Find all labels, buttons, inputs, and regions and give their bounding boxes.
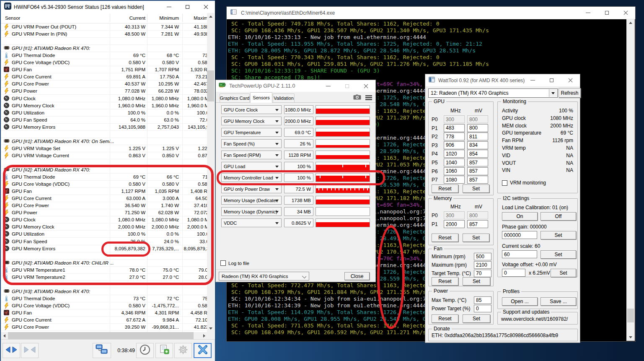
voltage-offset-field[interactable]: 0 — [502, 269, 525, 277]
sensor-row[interactable]: GPU Thermal Diode69 °C68 °C73 °C — [1, 52, 208, 59]
checkbox-icon[interactable] — [502, 180, 507, 186]
log-to-file-checkbox[interactable]: Log to file — [220, 260, 249, 266]
sensor-group-row[interactable]: GPU [#1]: ATI/AMD Radeon RX 470: — [1, 45, 208, 52]
sensor-row[interactable]: GPU Power71.250 W62.028 W72.072 W — [1, 209, 208, 216]
console-minimize-button[interactable] — [579, 7, 597, 19]
sensor-row[interactable]: GPU Memory Clock1,960.0 MHz1,960.0 MHz1,… — [1, 102, 208, 109]
pstate-mhz-field[interactable]: 1060 — [444, 167, 465, 175]
pstate-mv-field[interactable]: 811 — [467, 132, 488, 140]
sensor-name-dropdown[interactable]: GPU Load — [221, 162, 282, 171]
sensor-row[interactable]: GPU Utilization100.0 %0.0 %100.0 % — [1, 231, 208, 238]
tab-graphics-card[interactable]: Graphics Card — [220, 93, 250, 102]
phase-gain-field[interactable]: 000000 — [502, 231, 537, 239]
sensor-name-dropdown[interactable]: GPU Temperature — [221, 128, 282, 137]
screenshot-icon[interactable] — [353, 94, 361, 101]
sensor-row[interactable]: GPU VRM Power In (PIN)48.500 W7.281 W49.… — [1, 31, 208, 38]
hwinfo-close-button[interactable] — [197, 1, 215, 13]
profile-open-button[interactable]: Open ... — [502, 297, 538, 306]
pstate-mv-field[interactable]: 857 — [467, 158, 488, 166]
nav-arrows-disabled-button[interactable] — [21, 343, 39, 358]
pstate-mv-field[interactable]: 834 — [467, 141, 488, 149]
column-header-sensor[interactable]: Sensor — [5, 13, 20, 23]
sensor-row[interactable]: GPU Core Current67.672 A9.984 A72.109 A — [1, 317, 208, 324]
sensor-row[interactable]: GPU Thermal Diode69 °C66 °C71 °C — [1, 174, 208, 181]
current-scale-set-button[interactable]: Set — [541, 250, 576, 259]
pstate-mhz-field[interactable]: 1080 — [444, 176, 465, 184]
sensor-name-dropdown[interactable]: GPU only Power Draw — [221, 184, 282, 193]
hwinfo-vscrollbar-thumb[interactable] — [207, 70, 214, 101]
sensor-row[interactable]: GPU Power77.028 W66.228 W78.032 W — [1, 88, 208, 95]
memory-set-button[interactable]: Set — [463, 234, 489, 242]
sensor-row[interactable]: GPU Core Voltage (VDDC)0.580 V0.580 V0.5… — [1, 59, 208, 66]
hwinfo-titlebar[interactable]: HWiNFO64 v5.34-2930 Sensor Status [126 v… — [1, 1, 215, 13]
sensor-name-dropdown[interactable]: Memory Usage (Dynamic) — [221, 207, 282, 216]
pstate-mhz-field[interactable]: 906 — [444, 141, 465, 149]
memory-reset-button[interactable]: Reset — [432, 234, 458, 242]
llc-on-button[interactable]: On — [502, 212, 538, 221]
fan-setting-field[interactable]: 500 — [474, 253, 491, 260]
sensor-row[interactable]: GPU Thermal Diode73 °C72 °C75 °C — [1, 295, 208, 302]
sensor-row[interactable]: GPU Clock1,080.0 MHz1,080.0 MHz1,080.0 M… — [1, 95, 208, 102]
gpu-set-button[interactable]: Set — [463, 184, 489, 193]
dropdown-arrow-icon[interactable] — [549, 89, 557, 97]
hwinfo-horizontal-scrollbar[interactable] — [1, 332, 208, 339]
sensor-group-row[interactable]: GPU [#1]: ATI/AMD Radeon RX 470: On Semi… — [1, 138, 208, 145]
sensor-row[interactable]: GPU VRM Voltage Current0.863 V0.850 V0.8… — [1, 152, 208, 159]
sensor-row[interactable]: GPU Fan Speed26.0 %24.0 %33.0 % — [1, 238, 208, 245]
sensor-row[interactable]: GPU Clock1,080.0 MHz1,080.0 MHz1,080.0 M… — [1, 216, 208, 223]
pstate-mhz-field[interactable]: 1040 — [444, 158, 465, 166]
tab-validation[interactable]: Validation — [273, 93, 295, 102]
hwinfo-maximize-button[interactable] — [178, 1, 197, 13]
column-header-current[interactable]: Current — [106, 13, 145, 23]
vrm-monitoring-checkbox[interactable]: VRM monitoring — [502, 180, 546, 186]
sensor-row[interactable]: GPU Memory Clock2,000.0 MHz2,000.0 MHz2,… — [1, 223, 208, 231]
pstate-mhz-field[interactable]: 778 — [444, 132, 465, 140]
scroll-up-icon[interactable] — [207, 13, 214, 20]
pstate-mv-field[interactable]: 857 — [467, 220, 488, 228]
watttool-minimize-button[interactable] — [523, 74, 542, 86]
tab-sensors[interactable]: Sensors — [250, 92, 272, 103]
pstate-mv-field[interactable]: 857 — [467, 176, 488, 184]
sensor-row[interactable]: GPU Fan Speed64.0 %63.0 %72.0 % — [1, 117, 208, 124]
sensor-table-header[interactable]: Sensor Current Minimum Maximum — [1, 13, 208, 23]
sensor-row[interactable]: GPU VRM Temperature227.0 °C27.0 °C28.0 °… — [1, 274, 208, 281]
sensor-row[interactable]: GPU Core Power36.540 W1.740 W37.410 W — [1, 202, 208, 209]
report-button[interactable] — [155, 343, 173, 358]
watttool-maximize-button[interactable] — [542, 74, 561, 86]
sensor-name-dropdown[interactable]: Fan Speed (RPM) — [221, 151, 282, 159]
scroll-left-icon[interactable] — [1, 332, 8, 339]
fan-setting-field[interactable]: 70 — [474, 270, 491, 277]
gpuz-close-button[interactable] — [357, 80, 375, 92]
settings-button[interactable] — [174, 343, 192, 358]
sensor-name-dropdown[interactable]: GPU Core Clock — [221, 105, 282, 114]
hwinfo-vertical-scrollbar[interactable] — [207, 13, 214, 332]
sensor-row[interactable]: GPU Core Current63.000 A3.000 A64.500 A — [1, 195, 208, 202]
sensor-row[interactable]: GPU Fan1,127 RPM1,035 RPM1,408 RPM — [1, 188, 208, 195]
sensor-name-dropdown[interactable]: VDDC — [221, 218, 282, 227]
console-scrollbar[interactable] — [626, 19, 635, 341]
sensor-row[interactable]: GPU Memory Errors8,095,879,3827,735,329,… — [1, 245, 208, 252]
llc-off-button[interactable]: Off — [541, 212, 576, 221]
sensor-group-row[interactable]: GPU [#2]: ATI/AMD Radeon RX 470: — [1, 166, 208, 174]
sensor-name-dropdown[interactable]: Memory Controller Load — [221, 173, 282, 182]
fan-setting-field[interactable]: 2100 — [474, 261, 491, 269]
sensor-row[interactable]: GPU Core Voltage (VDDC)0.580 V0.580 V0.5… — [1, 181, 208, 188]
sensor-row[interactable]: GPU VRM Power Out (POUT)40.313 W7.344 W4… — [1, 23, 208, 31]
pstate-mhz-field[interactable]: 1020 — [444, 150, 465, 158]
sensor-row[interactable]: GPU Core Voltage (VDDC)0.580 V-1,475,772… — [1, 302, 208, 309]
power-reset-button[interactable]: Reset — [432, 314, 458, 323]
power-setting-field[interactable]: 85 — [474, 296, 491, 304]
sensor-row[interactable]: GPU Memory Errors143,105,9882,757,043143… — [1, 124, 208, 131]
watttool-device-select[interactable]: 12: Radeon (TM) RX 470 Graphics — [428, 88, 558, 98]
refresh-button[interactable]: Refresh — [559, 88, 581, 98]
nav-arrows-button[interactable] — [3, 343, 20, 358]
pstate-mv-field[interactable]: 854 — [467, 150, 488, 158]
power-set-button[interactable]: Set — [463, 314, 490, 323]
phase-gain-set-button[interactable]: Set — [541, 231, 576, 239]
hwinfo-hscrollbar-thumb[interactable] — [8, 332, 194, 339]
sensor-group-row[interactable]: GPU [#3]: ATI/AMD Radeon RX 470: — [1, 288, 208, 295]
watttool-close-button[interactable] — [561, 74, 580, 86]
watttool-titlebar[interactable]: WattTool 0.92 (for AMD RX 400 series) — [425, 74, 580, 87]
column-header-minimum[interactable]: Minimum — [148, 13, 179, 23]
console-scrollbar-thumb[interactable] — [627, 309, 634, 322]
